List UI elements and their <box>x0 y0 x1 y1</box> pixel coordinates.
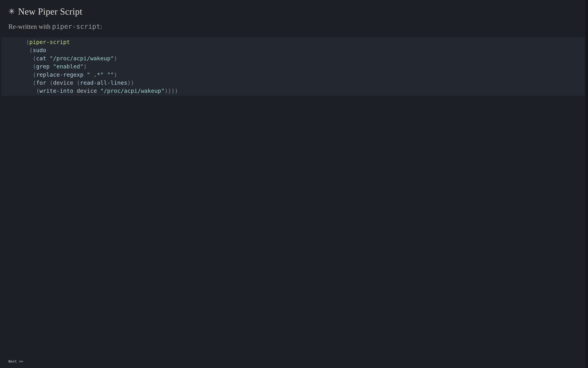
intro-code-literal: piper-script <box>52 23 100 30</box>
code-token: read-all-lines <box>80 79 127 86</box>
scrollbar-track[interactable] <box>585 0 588 368</box>
code-block: (piper-script (sudo (cat "/proc/acpi/wak… <box>1 37 587 96</box>
code-token: ) <box>83 63 87 70</box>
code-token: ( <box>29 47 33 54</box>
code-token: replace-regexp <box>36 71 83 78</box>
code-token <box>26 71 33 78</box>
code-token: device <box>53 79 77 86</box>
code-token <box>26 63 33 70</box>
asterisk-icon: ✳ <box>9 8 15 15</box>
code-token: ( <box>33 71 36 78</box>
intro-suffix: : <box>100 23 102 30</box>
code-line: (for (device (read-all-lines)) <box>26 79 587 87</box>
code-token: sudo <box>33 47 46 54</box>
code-token: " .*" <box>87 71 104 78</box>
slide-title: New Piper Script <box>18 6 82 17</box>
code-token <box>26 55 33 62</box>
code-token: write-into <box>39 88 73 94</box>
code-token <box>26 79 33 86</box>
next-link[interactable]: Next >> <box>9 359 23 363</box>
code-token: ( <box>26 39 29 46</box>
code-token: ( <box>77 79 80 86</box>
code-token: ) <box>114 71 117 78</box>
slide-viewport: ✳ New Piper Script Re-written with piper… <box>0 0 588 368</box>
code-token <box>26 47 29 54</box>
code-token: "enabled" <box>53 63 83 70</box>
code-line: (cat "/proc/acpi/wakeup") <box>26 54 587 63</box>
code-token: "" <box>107 71 114 78</box>
code-token <box>26 88 36 94</box>
code-token: ( <box>33 55 36 62</box>
code-token <box>46 79 50 86</box>
code-token: ( <box>50 79 53 86</box>
code-line: (replace-regexp " .*" "") <box>26 71 587 79</box>
code-line: (write-into device "/proc/acpi/wakeup"))… <box>26 87 587 95</box>
code-token: "/proc/acpi/wakeup" <box>50 55 114 62</box>
code-token: for <box>36 79 46 86</box>
code-token: cat <box>36 55 46 62</box>
code-token <box>46 55 50 62</box>
intro-prefix: Re-written with <box>9 23 52 30</box>
code-token <box>50 63 53 70</box>
code-token: ) <box>114 55 117 62</box>
code-line: (sudo <box>26 46 587 54</box>
code-token: ( <box>36 88 39 94</box>
code-token: device <box>73 88 100 94</box>
intro-text: Re-written with piper-script: <box>9 23 579 30</box>
slide: ✳ New Piper Script Re-written with piper… <box>1 1 587 367</box>
code-line: (piper-script <box>26 38 587 46</box>
code-token: )) <box>127 79 134 86</box>
code-line: (grep "enabled") <box>26 63 587 71</box>
code-token: )))) <box>165 88 178 94</box>
code-token: ( <box>33 79 36 86</box>
code-token <box>83 71 87 78</box>
slide-heading: ✳ New Piper Script <box>9 6 579 17</box>
code-token: grep <box>36 63 50 70</box>
code-token <box>104 71 107 78</box>
code-token: ( <box>33 63 36 70</box>
code-token: "/proc/acpi/wakeup" <box>100 88 165 94</box>
code-token: piper-script <box>29 39 70 46</box>
